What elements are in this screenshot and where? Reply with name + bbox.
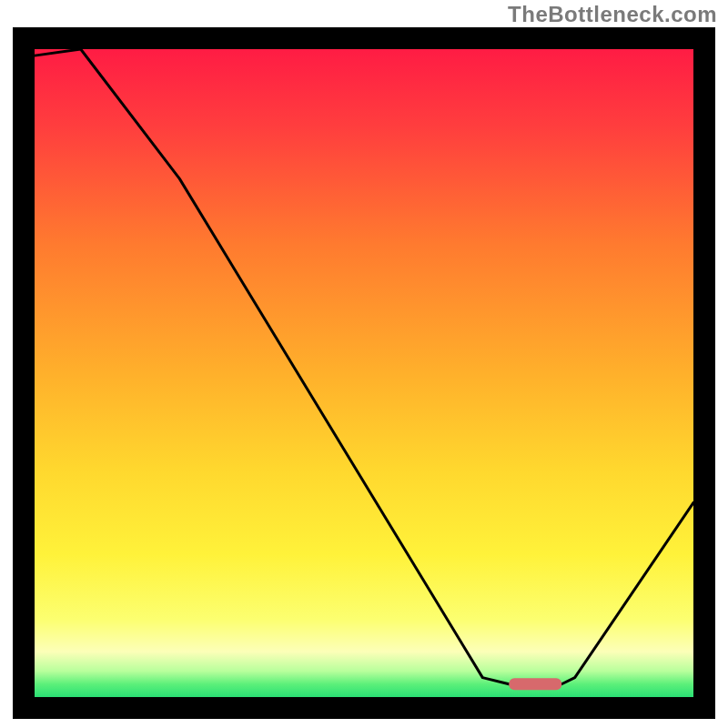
bottleneck-chart (13, 27, 715, 719)
optimal-marker (509, 678, 561, 690)
watermark-text: TheBottleneck.com (508, 2, 717, 27)
plot-background (35, 49, 693, 697)
chart-container: TheBottleneck.com (0, 0, 728, 728)
